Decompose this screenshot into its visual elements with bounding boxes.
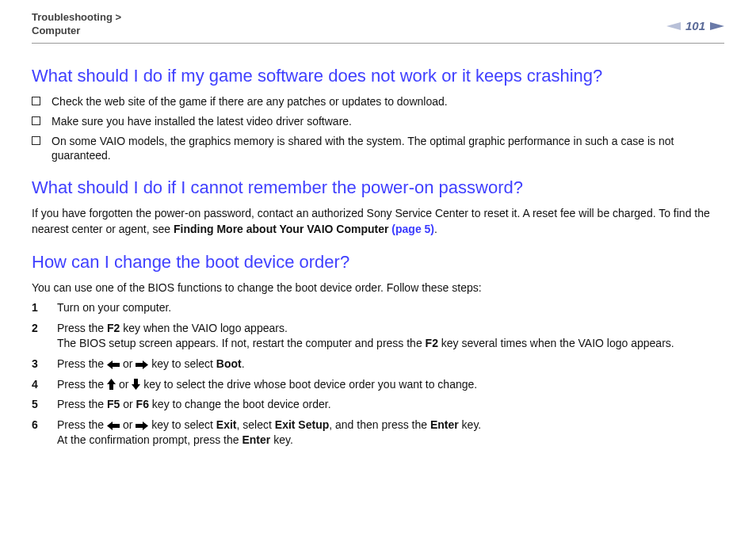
step-number: 5 — [32, 397, 43, 413]
svg-marker-2 — [107, 360, 120, 369]
svg-marker-5 — [132, 379, 140, 390]
arrow-down-icon — [132, 379, 140, 390]
step-text: Press the F2 key when the VAIO logo appe… — [57, 321, 674, 352]
svg-marker-1 — [710, 22, 724, 30]
list-item: Make sure you have installed the latest … — [32, 114, 724, 129]
text: Press the — [57, 322, 107, 334]
text: key several times when the VAIO logo app… — [438, 337, 674, 349]
box-bullet-icon — [32, 116, 40, 125]
key-label: F5 — [107, 398, 120, 410]
body-paragraph: You can use one of the BIOS functions to… — [32, 280, 724, 296]
text: Press the — [57, 357, 107, 370]
text: key to change the boot device order. — [149, 398, 331, 410]
svg-marker-6 — [107, 421, 120, 430]
svg-marker-0 — [666, 22, 681, 30]
step-item: 5 Press the F5 or F6 key to change the b… — [32, 397, 724, 413]
arrow-up-icon — [107, 379, 116, 390]
step-item: 3 Press the or key to select Boot. — [32, 357, 724, 372]
text: key when the VAIO logo appears. — [120, 322, 287, 334]
text: or — [120, 418, 136, 431]
step-number: 4 — [32, 377, 43, 393]
section-heading-password: What should I do if I cannot remember th… — [32, 177, 724, 198]
list-item: On some VAIO models, the graphics memory… — [32, 134, 724, 164]
text: key to select the drive whose boot devic… — [140, 378, 477, 391]
bold-text: Finding More about Your VAIO Computer — [174, 223, 391, 235]
step-text: Press the or key to select Exit, select … — [57, 418, 481, 448]
page-ref-link[interactable]: (page 5) — [391, 223, 434, 235]
list-item-text: Make sure you have installed the latest … — [52, 114, 352, 129]
step-text: Press the or key to select the drive who… — [57, 377, 477, 393]
box-bullet-icon — [32, 136, 40, 145]
step-item: 4 Press the or key to select the drive w… — [32, 377, 724, 393]
key-label: F2 — [107, 322, 120, 334]
text: The BIOS setup screen appears. If not, r… — [57, 337, 426, 349]
key-label: Enter — [242, 433, 270, 446]
text: , and then press the — [329, 418, 430, 431]
arrow-left-icon — [107, 360, 120, 369]
menu-label: Boot — [216, 357, 242, 370]
arrow-left-icon — [107, 421, 120, 430]
text: . — [434, 223, 437, 235]
menu-label: Exit Setup — [275, 418, 329, 431]
text: or — [116, 378, 132, 391]
text: Press the — [57, 398, 107, 410]
text: key to select — [148, 357, 216, 370]
svg-marker-7 — [136, 421, 148, 430]
step-number: 2 — [32, 321, 43, 352]
step-number: 1 — [32, 300, 43, 316]
arrow-right-icon — [136, 360, 148, 369]
page-header: Troubleshooting > Computer 101 — [32, 11, 724, 44]
svg-marker-3 — [136, 360, 148, 369]
step-item: 2 Press the F2 key when the VAIO logo ap… — [32, 321, 724, 352]
text: or — [120, 357, 136, 370]
step-text: Press the or key to select Boot. — [57, 357, 245, 372]
step-text: Turn on your computer. — [57, 300, 171, 316]
breadcrumb-section: Troubleshooting > — [32, 11, 121, 23]
key-label: F6 — [136, 398, 149, 410]
section-heading-game-crash: What should I do if my game software doe… — [32, 66, 724, 86]
bullet-list: Check the web site of the game if there … — [32, 94, 724, 164]
page-number: 101 — [685, 19, 705, 32]
box-bullet-icon — [32, 97, 40, 105]
next-page-icon[interactable] — [710, 21, 724, 31]
section-heading-boot-order: How can I change the boot device order? — [32, 252, 724, 273]
body-paragraph: If you have forgotten the power-on passw… — [32, 206, 724, 237]
text: key. — [270, 433, 293, 446]
step-number: 6 — [32, 418, 43, 448]
breadcrumb: Troubleshooting > Computer — [32, 11, 121, 38]
text: Press the — [57, 418, 107, 431]
breadcrumb-page: Computer — [32, 25, 80, 36]
step-number: 3 — [32, 357, 43, 372]
list-item-text: Check the web site of the game if there … — [52, 94, 448, 109]
text: key. — [459, 418, 482, 431]
step-item: 1 Turn on your computer. — [32, 300, 724, 316]
text: At the confirmation prompt, press the — [57, 433, 242, 446]
step-item: 6 Press the or key to select Exit, selec… — [32, 418, 724, 448]
text: , select — [237, 418, 275, 431]
text: or — [120, 398, 136, 410]
document-page: Troubleshooting > Computer 101 What shou… — [0, 0, 756, 469]
text: . — [242, 357, 245, 370]
text: Press the — [57, 378, 107, 391]
numbered-steps: 1 Turn on your computer. 2 Press the F2 … — [32, 300, 724, 448]
arrow-right-icon — [136, 421, 148, 430]
step-text: Press the F5 or F6 key to change the boo… — [57, 397, 331, 413]
key-label: Enter — [430, 418, 459, 431]
list-item: Check the web site of the game if there … — [32, 94, 724, 109]
svg-marker-4 — [107, 379, 116, 390]
page-nav: 101 — [666, 19, 724, 32]
prev-page-icon[interactable] — [666, 21, 681, 31]
key-label: F2 — [426, 337, 438, 349]
text: key to select — [148, 418, 216, 431]
menu-label: Exit — [216, 418, 237, 431]
list-item-text: On some VAIO models, the graphics memory… — [52, 134, 724, 164]
